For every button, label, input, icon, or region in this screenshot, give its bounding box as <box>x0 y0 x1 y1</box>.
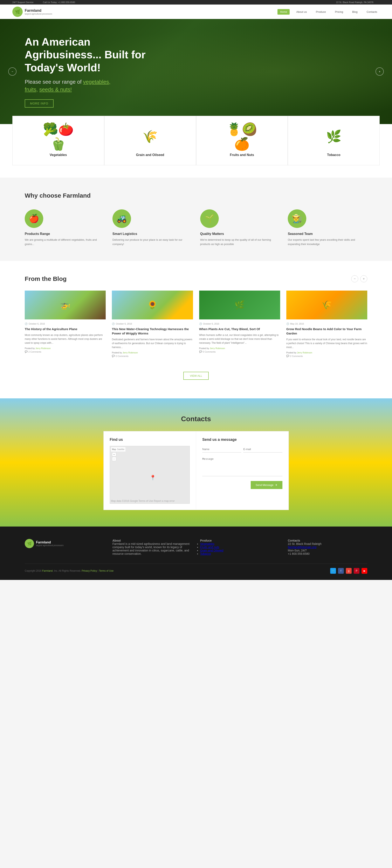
blog-navigation: − + <box>351 275 367 282</box>
blog-card-2[interactable]: 🌻 🕐 October 6, 2016 This New Water-Clean… <box>112 290 193 358</box>
footer-grid: 🌿 Farmland largest agricultural processo… <box>25 539 367 555</box>
product-img-tobacco: 🌿 <box>317 124 350 149</box>
hero-prev-btn[interactable]: − <box>8 67 17 75</box>
google-icon[interactable]: g <box>346 568 352 574</box>
why-icon-quality: 🌱 <box>200 209 219 228</box>
blog-title-3: When Plants Are Cut, They Bleed, Sort Of <box>199 327 280 331</box>
comment-icon-4: 💬 <box>286 355 289 357</box>
hero-next-btn[interactable]: + <box>375 67 384 75</box>
blog-card-1[interactable]: 🚁 🕐 October 6, 2016 The History of the A… <box>25 290 106 358</box>
pinterest-icon[interactable]: P <box>354 568 359 574</box>
blog-title-2: This New Water-Cleaning Technology Harne… <box>112 327 193 336</box>
more-info-button[interactable]: More Info <box>25 99 54 107</box>
blog-comments-1: 💬 2 Comments <box>25 350 106 353</box>
footer-copyright: Copyright 2016 Farmland, Inc. All Rights… <box>25 569 113 572</box>
contacts-section: Contacts Find us Map Satellite + − 📍 Map… <box>0 398 392 527</box>
why-item-products: 🍎 Products Range We are growing a multit… <box>25 209 104 246</box>
send-message-button[interactable]: Send Message ✈ <box>251 481 283 489</box>
name-input[interactable] <box>202 446 241 453</box>
footer-logo-area: 🌿 Farmland largest agricultural processo… <box>25 539 104 548</box>
why-title-logistics: Smart Logistics <box>112 232 137 236</box>
blog-next-btn[interactable]: + <box>360 275 367 282</box>
email-input[interactable] <box>243 446 282 453</box>
footer-about-title: About <box>112 539 192 542</box>
nav-pricing[interactable]: Pricing <box>332 9 346 14</box>
nav-produce[interactable]: Produce <box>313 9 328 14</box>
send-message-panel: Send us a message Send Message ✈ <box>196 431 289 510</box>
blog-author-4[interactable]: Jerry Robinson <box>297 351 312 354</box>
blog-card-3[interactable]: 🌿 🕐 October 6, 2016 When Plants Are Cut,… <box>199 290 280 358</box>
footer-email[interactable]: farmland@domain.org <box>288 546 317 549</box>
blog-author-1[interactable]: Jerry Robinson <box>35 347 51 349</box>
hero-link-fruits[interactable]: fruits, <box>25 86 38 93</box>
map-zoom-out[interactable]: − <box>112 457 116 461</box>
clock-icon-4: 🕐 <box>286 322 289 325</box>
address-text: 22 St. Black Road Raleigh, PA 34576 <box>336 1 373 3</box>
footer-produce-title: Produce <box>200 539 280 542</box>
product-card-vegetables[interactable]: 🥦🍅🫑 Vegetables <box>12 116 104 165</box>
why-section: Why choose Farmland 🍎 Products Range We … <box>0 178 392 261</box>
comment-icon-3: 💬 <box>199 350 202 353</box>
footer-produce-grain[interactable]: Grain and Oilseed <box>200 549 224 552</box>
send-label: Send Message <box>256 484 273 487</box>
footer: 🌿 Farmland largest agricultural processo… <box>0 527 392 580</box>
product-card-tobacco[interactable]: 🌿 Tobacco <box>288 116 380 165</box>
blog-excerpt-3: When humans suffer a cut, our blood coag… <box>199 333 280 345</box>
blog-author-2[interactable]: Jerry Robinson <box>123 351 138 354</box>
blog-img-3: 🌿 <box>199 290 280 319</box>
view-all-button[interactable]: View all <box>183 372 209 380</box>
map-tab-satellite[interactable]: Satellite <box>117 448 125 451</box>
map-tab-map[interactable]: Map <box>112 448 116 451</box>
nav-home[interactable]: Home <box>277 9 290 14</box>
product-img-grain: 🌾 <box>134 124 167 149</box>
product-name-grain: Grain and Oilseed <box>108 153 192 157</box>
footer-privacy-link[interactable]: Privacy Policy <box>81 569 97 572</box>
blog-prev-btn[interactable]: − <box>351 275 358 282</box>
find-us-panel: Find us Map Satellite + − 📍 Map data ©20… <box>104 431 196 510</box>
map-tab-bar: Map Satellite <box>111 447 126 452</box>
footer-brand-link[interactable]: Farmland <box>42 569 53 572</box>
message-textarea[interactable] <box>202 456 283 476</box>
footer-produce-fruits[interactable]: Fruits and nuts <box>200 546 219 549</box>
nav-blog[interactable]: Blog <box>350 9 360 14</box>
blog-title: From the Blog <box>25 275 67 282</box>
blog-comments-2: 💬 0 Comments <box>112 355 193 357</box>
blog-img-4: 🌾 <box>286 290 367 319</box>
twitter-icon[interactable]: 🐦 <box>330 568 336 574</box>
facebook-icon[interactable]: f <box>338 568 344 574</box>
blog-card-4[interactable]: 🌾 🕐 May 19, 2016 Grow Red Noodle Beans t… <box>286 290 367 358</box>
why-item-team: 👨‍🌾 Seasoned Team Our experts spent last… <box>288 209 367 246</box>
footer-logo-icon: 🌿 <box>25 539 34 548</box>
why-grid: 🍎 Products Range We are growing a multit… <box>25 209 367 246</box>
why-desc-quality: We're determined to keep up the quality … <box>200 238 280 246</box>
blog-header: From the Blog − + <box>25 275 367 282</box>
navbar: 🌿 Farmland largest agricultural processo… <box>0 4 392 19</box>
support-text: 24/7 Support Service <box>12 1 34 3</box>
footer-bottom: Copyright 2016 Farmland, Inc. All Rights… <box>25 564 367 574</box>
footer-produce-vegetables[interactable]: Vegetables <box>200 542 215 546</box>
product-card-fruits[interactable]: 🍍🥝🍊 Fruits and Nuts <box>196 116 288 165</box>
nav-about[interactable]: About us <box>294 9 309 14</box>
map-footer: Map data ©2016 Google Terms of Use Repor… <box>111 499 175 502</box>
top-bar: 24/7 Support Service Call Us Today: +1 8… <box>0 0 392 4</box>
footer-produce-tobacco[interactable]: Tobacco <box>200 552 211 555</box>
clock-icon-2: 🕐 <box>112 322 115 325</box>
map-zoom-in[interactable]: + <box>112 452 116 457</box>
why-item-quality: 🌱 Quality Matters We're determined to ke… <box>200 209 280 246</box>
blog-author-3[interactable]: Jerry Robinson <box>210 347 225 349</box>
blog-date-4: 🕐 May 19, 2016 <box>286 322 367 325</box>
footer-brand-tagline: largest agricultural processors <box>36 544 63 547</box>
blog-excerpt-1: Most commonly known as crop dusters, agr… <box>25 333 106 345</box>
youtube-icon[interactable]: ▶ <box>361 568 367 574</box>
product-card-grain[interactable]: 🌾 Grain and Oilseed <box>104 116 196 165</box>
footer-about-text: Farmland is a mid-sized agribusiness and… <box>112 542 192 555</box>
hero-link-seeds[interactable]: seeds & nuts! <box>39 86 72 93</box>
footer-address: 22 St. Black Road Raleigh <box>288 542 367 546</box>
blog-excerpt-2: Dedicated gardeners and farmers have kno… <box>112 338 193 349</box>
nav-contacts[interactable]: Contacts <box>364 9 380 14</box>
blog-meta-1: Posted by Jerry Robinson <box>25 347 106 349</box>
blog-grid: 🚁 🕐 October 6, 2016 The History of the A… <box>25 290 367 358</box>
hero-link-vegetables[interactable]: vegetables, <box>83 79 110 85</box>
why-icon-team: 👨‍🌾 <box>288 209 306 228</box>
footer-terms-link[interactable]: Terms of Use <box>99 569 113 572</box>
